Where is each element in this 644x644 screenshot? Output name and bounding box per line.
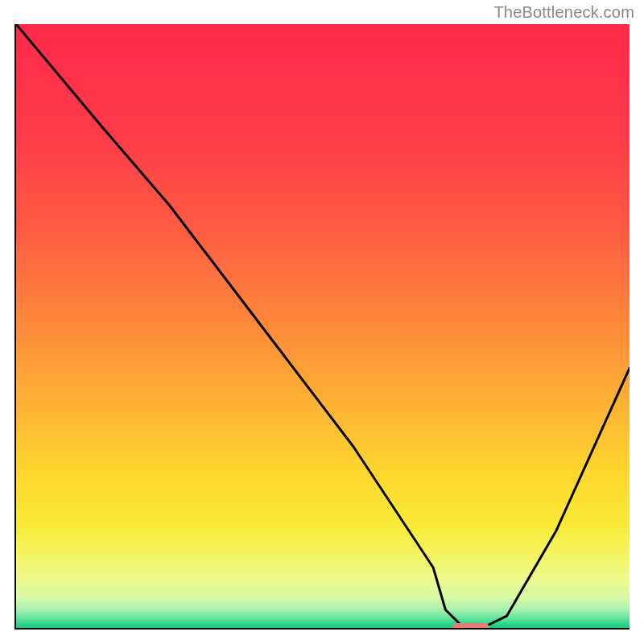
bottleneck-curve-line — [16, 24, 630, 628]
optimal-range-marker — [452, 623, 489, 630]
plot-area — [14, 24, 630, 630]
watermark-label: TheBottleneck.com — [493, 3, 634, 22]
curve-svg — [16, 24, 630, 628]
bottleneck-chart: TheBottleneck.com — [0, 0, 644, 644]
